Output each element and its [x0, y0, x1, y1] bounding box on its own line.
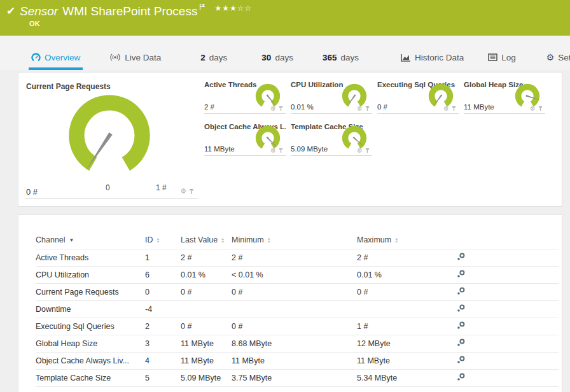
live-data-icon — [109, 53, 121, 62]
channel-id: 6 — [145, 266, 181, 283]
gauge-scale-max: 1 # — [156, 183, 167, 192]
tab-historic-data[interactable]: Historic Data — [398, 36, 466, 70]
primary-gauge-value: 0 # — [26, 187, 38, 197]
channel-maximum: 2 # — [357, 249, 457, 266]
channel-maximum — [357, 300, 457, 318]
channel-maximum: 5.34 MByte — [357, 369, 457, 386]
gauge-value: 5.09 MByte — [291, 145, 328, 153]
tab-365-days-number: 365 — [323, 53, 337, 62]
gauge-settings-gear-icon[interactable]: ⚙ — [357, 147, 363, 154]
channel-id: 3 — [145, 335, 181, 352]
pin-icon[interactable] — [279, 148, 283, 153]
channel-minimum: 8.68 MByte — [232, 335, 357, 352]
channel-last-value: 5.09 MByte — [181, 369, 232, 386]
channel-settings-icon[interactable] — [457, 253, 465, 261]
gauge-card-executing-sql-queries: Executing Sql Queries 0 # ⚙ — [377, 77, 459, 114]
column-header-channel[interactable]: Channel▼ — [36, 232, 145, 249]
sort-desc-icon: ▼ — [69, 237, 74, 243]
tab-overview-label: Overview — [45, 53, 80, 62]
channel-maximum: 0.01 % — [357, 266, 457, 283]
pin-icon[interactable] — [538, 106, 543, 111]
sort-both-icon: ▲▼ — [156, 237, 160, 244]
channel-last-value — [181, 300, 232, 318]
channel-last-value: 0 # — [181, 318, 232, 335]
channel-settings-icon[interactable] — [457, 287, 465, 295]
channel-settings-icon[interactable] — [457, 304, 465, 312]
gauge-settings-gear-icon[interactable]: ⚙ — [180, 187, 186, 195]
gauge-card-object-cache: Object Cache Always L... 11 MByte ⚙ — [204, 119, 286, 156]
gauge-card-global-heap-size: Global Heap Size 11 MByte ⚙ — [464, 77, 545, 114]
channel-maximum: 1 # — [357, 318, 457, 335]
channel-maximum: 12 MByte — [357, 335, 457, 352]
tab-2-days-number: 2 — [200, 53, 205, 62]
tab-settings-label: Settings — [558, 53, 570, 62]
table-row: Active Threads 1 2 # 2 # 2 # — [36, 249, 559, 266]
table-header-row: Channel▼ ID▲▼ Last Value▲▼ Minimum▲▼ Max… — [36, 232, 559, 249]
column-header-last-value[interactable]: Last Value▲▼ — [181, 232, 232, 249]
channel-name: Object Cache Always Liv... — [36, 352, 145, 369]
channel-table: Channel▼ ID▲▼ Last Value▲▼ Minimum▲▼ Max… — [36, 232, 559, 387]
primary-gauge-card: Current Page Requests 0 1 # 0 # ⚙ — [25, 78, 198, 199]
gauge-settings-gear-icon[interactable]: ⚙ — [270, 147, 276, 154]
table-row: Current Page Requests 0 0 # 0 # 0 # — [36, 283, 559, 300]
gauge-card-cpu-utilization: CPU Utilization 0.01 % ⚙ — [291, 77, 372, 114]
small-gauges-grid: Active Threads 2 # ⚙ CPU Utilization 0.0… — [204, 77, 545, 161]
sensor-tabbar: Overview Live Data 2 days 30 days 365 da… — [0, 36, 570, 70]
channel-id: 2 — [145, 318, 181, 335]
column-label: Minimum — [232, 235, 264, 244]
sensor-status-bar: ✔ SensorWMI SharePoint Process★★★☆☆ OK — [0, 0, 570, 36]
pin-icon[interactable] — [189, 188, 194, 195]
channel-last-value: 0 # — [181, 283, 232, 300]
tab-historic-data-label: Historic Data — [415, 53, 464, 62]
log-icon — [488, 53, 497, 61]
status-check-icon: ✔ — [6, 4, 15, 18]
status-badge: OK — [29, 20, 40, 27]
gauge-settings-gear-icon[interactable]: ⚙ — [443, 105, 449, 112]
table-row: Template Cache Size 5 5.09 MByte 3.75 MB… — [36, 369, 559, 386]
channel-last-value: 2 # — [181, 249, 232, 266]
tab-live-data-label: Live Data — [125, 53, 161, 62]
gauge-value: 0 # — [377, 103, 387, 111]
column-label: Last Value — [181, 235, 218, 244]
tab-settings[interactable]: ⚙ Settings — [544, 36, 570, 70]
channel-minimum: 2 # — [232, 249, 357, 266]
pin-icon[interactable] — [452, 106, 456, 111]
priority-stars[interactable]: ★★★☆☆ — [214, 4, 252, 13]
column-header-maximum[interactable]: Maximum▲▼ — [357, 232, 457, 249]
column-header-id[interactable]: ID▲▼ — [145, 232, 181, 249]
table-row: CPU Utilization 6 0.01 % < 0.01 % 0.01 % — [36, 266, 559, 283]
pin-icon[interactable] — [279, 106, 283, 111]
gauge-settings-gear-icon[interactable]: ⚙ — [270, 105, 276, 112]
page-title: WMI SharePoint Process — [62, 4, 197, 18]
tab-30-days[interactable]: 30 days — [259, 36, 296, 70]
tab-overview[interactable]: Overview — [29, 36, 83, 70]
prtg-sensor-page: { "colors": { "status_green": "#a8ba28",… — [0, 0, 570, 392]
channel-settings-icon[interactable] — [457, 339, 465, 347]
pin-icon[interactable] — [365, 106, 370, 111]
channel-settings-icon[interactable] — [457, 270, 465, 278]
tab-log-label: Log — [501, 53, 516, 62]
column-header-settings — [457, 232, 559, 249]
column-label: Channel — [36, 235, 66, 244]
channel-name: Executing Sql Queries — [36, 318, 145, 335]
channel-settings-icon[interactable] — [457, 321, 465, 330]
gauge-icon — [31, 53, 41, 62]
gauge-value: 11 MByte — [204, 145, 235, 153]
tab-log[interactable]: Log — [485, 36, 518, 70]
channel-settings-icon[interactable] — [457, 373, 465, 381]
channel-minimum: 11 MByte — [232, 352, 357, 369]
gauge-settings-gear-icon[interactable]: ⚙ — [530, 105, 536, 112]
primary-gauge — [62, 88, 157, 183]
tab-2-days[interactable]: 2 days — [198, 36, 230, 70]
gauge-settings-gear-icon[interactable]: ⚙ — [357, 105, 363, 112]
channel-name: Active Threads — [36, 249, 145, 266]
tab-live-data[interactable]: Live Data — [107, 36, 163, 70]
channel-settings-icon[interactable] — [457, 356, 465, 364]
pin-icon[interactable] — [365, 148, 370, 153]
tab-365-days[interactable]: 365 days — [320, 36, 361, 70]
gauge-scale-min: 0 — [106, 183, 110, 192]
channel-id: 4 — [145, 352, 181, 369]
sensor-title-line: SensorWMI SharePoint Process★★★☆☆ — [20, 3, 252, 18]
column-header-minimum[interactable]: Minimum▲▼ — [232, 232, 357, 249]
channel-id: 1 — [145, 249, 181, 266]
